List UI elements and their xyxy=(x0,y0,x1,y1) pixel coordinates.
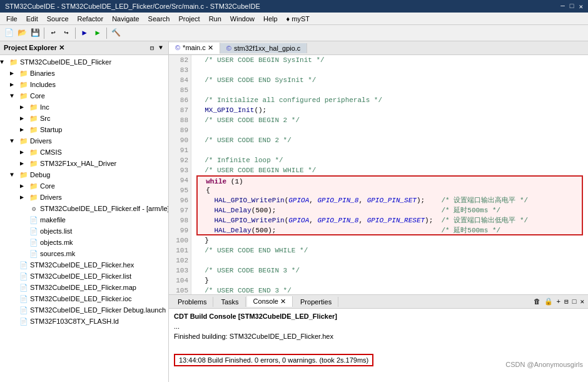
tab-hal-gpio[interactable]: © stm32f1xx_hal_gpio.c xyxy=(220,43,308,53)
menu-item-help[interactable]: Help xyxy=(260,14,281,23)
tab-problems[interactable]: Problems xyxy=(171,297,213,307)
toolbar-run[interactable]: ▶ xyxy=(91,27,104,39)
panel-header-buttons: ⊟ ▼ xyxy=(148,44,165,53)
collapse-all-btn[interactable]: ⊟ xyxy=(148,44,156,53)
tree-item-9[interactable]: ▶📁STM32F1xx_HAL_Driver xyxy=(0,158,168,169)
toolbar-redo[interactable]: ↪ xyxy=(60,27,73,39)
menu-item-source[interactable]: Source xyxy=(43,14,73,23)
tree-arrow-5[interactable]: ▶ xyxy=(20,115,29,122)
tree-item-7[interactable]: ▼📁Drivers xyxy=(0,135,168,147)
maximize-btn[interactable]: □ xyxy=(570,3,574,11)
tree-label-23: STM32F103C8TX_FLASH.ld xyxy=(30,317,119,325)
tree-arrow-8[interactable]: ▶ xyxy=(20,148,29,156)
tree-arrow-3[interactable]: ▼ xyxy=(10,93,19,100)
toolbar-open[interactable]: 📂 xyxy=(16,27,28,39)
tree-item-2[interactable]: ▶📁Includes xyxy=(0,79,168,90)
code-line-97: HAL_Delay(500); /* 延时500ms */ xyxy=(196,205,583,215)
tree-icon-6: 📁 xyxy=(29,125,39,135)
tree-item-4[interactable]: ▶📁Inc xyxy=(0,101,168,113)
tree-icon-14: 📄 xyxy=(29,215,39,225)
tree-label-1: Binaries xyxy=(30,70,55,77)
tree-item-5[interactable]: ▶📁Src xyxy=(0,113,168,124)
line-num-93: 93 xyxy=(171,165,188,175)
menu-item-project[interactable]: Project xyxy=(175,14,203,23)
tree-item-12[interactable]: ▶📁Drivers xyxy=(0,192,168,203)
tree-item-20[interactable]: 📄STM32CubeIDE_LED_Flicker.map xyxy=(0,282,168,293)
tree-item-21[interactable]: 📄STM32CubeIDE_LED_Flicker.ioc xyxy=(0,293,168,304)
tree-item-22[interactable]: 📄STM32CubeIDE_LED_Flicker Debug.launch xyxy=(0,304,168,316)
minimize-btn[interactable]: ─ xyxy=(560,3,565,11)
toolbar-new[interactable]: 📄 xyxy=(3,27,15,39)
tree-item-1[interactable]: ▶📁Binaries xyxy=(0,68,168,79)
tree-item-23[interactable]: 📄STM32F103C8TX_FLASH.ld xyxy=(0,316,168,327)
tree-arrow-4[interactable]: ▶ xyxy=(20,103,29,111)
title-bar: STM32CubeIDE - STM32CubeIDE_LED_Flicker/… xyxy=(0,0,588,13)
tree-item-14[interactable]: 📄makefile xyxy=(0,214,168,225)
tree-icon-3: 📁 xyxy=(19,91,29,101)
code-line-99: HAL_Delay(500); /* 延时500ms */ xyxy=(196,225,583,235)
tab-main-c[interactable]: © *main.c ✕ xyxy=(169,43,220,54)
toolbar-undo[interactable]: ↩ xyxy=(47,27,59,39)
tree-item-15[interactable]: 📄objects.list xyxy=(0,225,168,237)
tree-arrow-12[interactable]: ▶ xyxy=(20,194,29,201)
minimize-panel-btn[interactable]: ⊟ xyxy=(563,297,570,306)
line-num-94: 94 xyxy=(171,175,188,185)
tab-tasks[interactable]: Tasks xyxy=(215,297,245,307)
tree-label-15: objects.list xyxy=(40,227,72,235)
tree-item-13[interactable]: ⚙STM32CubeIDE_LED_Flicker.elf - [arm/le] xyxy=(0,203,168,214)
tree-item-8[interactable]: ▶📁CMSIS xyxy=(0,147,168,158)
menu-item-file[interactable]: File xyxy=(3,14,21,23)
menu-item-window[interactable]: Window xyxy=(226,14,258,23)
tree-item-18[interactable]: 📄STM32CubeIDE_LED_Flicker.hex xyxy=(0,259,168,271)
tab-properties[interactable]: Properties xyxy=(294,297,338,307)
close-panel-btn[interactable]: ✕ xyxy=(579,297,585,306)
close-btn[interactable]: ✕ xyxy=(579,3,583,11)
tree-arrow-11[interactable]: ▶ xyxy=(20,182,29,190)
tree-item-11[interactable]: ▶📁Core xyxy=(0,180,168,192)
line-num-92: 92 xyxy=(171,155,188,165)
panel-menu-btn[interactable]: ▼ xyxy=(157,44,165,53)
tree-icon-8: 📁 xyxy=(29,147,39,157)
tree-arrow-9[interactable]: ▶ xyxy=(20,160,29,167)
tree-item-0[interactable]: ▼📁STM32CubeIDE_LED_Flicker xyxy=(0,56,168,68)
code-content[interactable]: /* USER CODE BEGIN SysInit */ /* USER CO… xyxy=(191,55,588,294)
line-num-100: 100 xyxy=(171,235,188,245)
tree-item-10[interactable]: ▼📁Debug xyxy=(0,169,168,180)
tree-item-19[interactable]: 📄STM32CubeIDE_LED_Flicker.list xyxy=(0,271,168,282)
tree-arrow-10[interactable]: ▼ xyxy=(10,172,19,178)
tree-arrow-7[interactable]: ▼ xyxy=(10,138,19,145)
new-console-btn[interactable]: + xyxy=(555,297,562,306)
menu-item-navigate[interactable]: Navigate xyxy=(108,14,143,23)
tree-arrow-2[interactable]: ▶ xyxy=(10,81,19,88)
tree-icon-18: 📄 xyxy=(19,260,29,270)
line-num-87: 87 xyxy=(171,105,188,115)
menu-item-refactor[interactable]: Refactor xyxy=(74,14,108,23)
tree-item-16[interactable]: 📄objects.mk xyxy=(0,237,168,248)
maximize-panel-btn[interactable]: □ xyxy=(571,297,578,306)
toolbar-save[interactable]: 💾 xyxy=(29,27,41,39)
tree-icon-7: 📁 xyxy=(19,136,29,146)
scroll-lock-btn[interactable]: 🔒 xyxy=(543,297,554,306)
tree-item-17[interactable]: 📄sources.mk xyxy=(0,248,168,259)
code-line-95: { xyxy=(196,185,583,195)
bottom-tabs: Problems Tasks Console ✕ Properties 🗑 🔒 … xyxy=(169,295,588,309)
tree-item-6[interactable]: ▶📁Startup xyxy=(0,124,168,135)
menu-item-run[interactable]: Run xyxy=(205,14,225,23)
code-editor: 8283848586878889909192939495969798991001… xyxy=(169,55,588,294)
tree-label-10: Debug xyxy=(30,171,50,178)
tree-item-3[interactable]: ▼📁Core xyxy=(0,90,168,101)
line-num-95: 95 xyxy=(171,185,188,195)
menu-item-myst[interactable]: ♦ myST xyxy=(283,14,313,23)
menu-item-edit[interactable]: Edit xyxy=(23,14,42,23)
tree-arrow-0[interactable]: ▼ xyxy=(0,59,9,66)
menu-item-search[interactable]: Search xyxy=(144,14,174,23)
toolbar-debug[interactable]: ▶ xyxy=(78,27,91,39)
tree-label-19: STM32CubeIDE_LED_Flicker.list xyxy=(30,272,131,280)
tab-console[interactable]: Console ✕ xyxy=(247,296,293,307)
tree-arrow-1[interactable]: ▶ xyxy=(10,70,19,77)
watermark: CSDN @Anonymousgirls xyxy=(505,361,583,368)
clear-console-btn[interactable]: 🗑 xyxy=(532,297,542,306)
toolbar-sep-2 xyxy=(75,28,76,39)
tree-arrow-6[interactable]: ▶ xyxy=(20,126,29,133)
toolbar-build[interactable]: 🔨 xyxy=(109,27,122,39)
